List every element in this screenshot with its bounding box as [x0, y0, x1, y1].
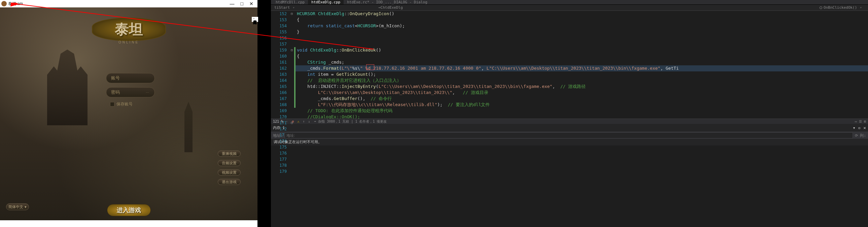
minimize-button[interactable]: —	[230, 1, 235, 6]
status-bar: 121 % ▾ ⊘ ⚠ ↑ ↓ ⬌ 杂指 3080，1 无箱 | 1 名作者，1…	[271, 118, 868, 124]
window-title: 泰坦 am	[8, 1, 23, 7]
breadcrumb-class[interactable]: ChtdExeDlg	[381, 5, 403, 10]
memory-address-bar: 地址: ⟳ 列:	[271, 132, 868, 139]
tab-0[interactable]: htdMfcDll.cpp	[272, 0, 308, 4]
code-text[interactable]: HCURSOR ChtdExeDlg::OnQueryDragIcon(){ r…	[296, 11, 868, 118]
tab-1[interactable]: htdExeDlg.cpp	[308, 0, 344, 4]
refresh-icon[interactable]: ⟳	[855, 133, 858, 138]
app-icon	[1, 1, 7, 6]
enter-game-button[interactable]: 进入游戏	[107, 204, 151, 216]
address-input[interactable]	[285, 132, 853, 138]
panel-menu-icon[interactable]: ▾ ▫ ✕	[853, 125, 866, 130]
debug-message: 调试对象正在运行时不可用。	[271, 139, 868, 145]
warning-icon[interactable]: ⚠	[296, 119, 301, 124]
game-content: 泰坦 ONLINE 账号 密码 ⋯ 保存账号 重播视频 音频设置 视频设置 退出…	[0, 7, 257, 220]
logo-subtitle: ONLINE	[92, 40, 166, 44]
breadcrumb-method[interactable]: OnBnClickedOk()	[824, 5, 857, 10]
visual-studio: htdMfcDll.cpp htdExeDlg.cpp htdExe.rc* -…	[271, 0, 868, 227]
password-field[interactable]: 密码 ⋯	[106, 87, 155, 97]
account-field[interactable]: 账号	[106, 73, 155, 83]
address-label: 地址:	[273, 133, 283, 138]
audio-button[interactable]: 音频设置	[218, 160, 241, 166]
status-info: ⬌ 杂指 3080，1 无箱 | 1 名作者，1 项更改	[314, 119, 387, 124]
logo-title: 泰坦	[115, 20, 143, 39]
method-icon	[819, 6, 822, 9]
memory-title: 内存 1	[273, 125, 285, 130]
password-label: 密码	[111, 89, 120, 95]
maximize-button[interactable]: □	[241, 1, 243, 6]
up-icon[interactable]: ↑	[301, 119, 306, 124]
status-icon-1[interactable]: ▭	[855, 119, 857, 123]
save-account-row[interactable]: 保存账号	[110, 102, 155, 107]
game-logo: 泰坦 ONLINE	[92, 18, 166, 44]
status-icon-2[interactable]: ☰	[859, 119, 862, 123]
exit-button[interactable]: 退出游戏	[218, 179, 241, 185]
zoom-level[interactable]: 121 %	[273, 119, 283, 123]
breadcrumb: tiStart ▾ → ChtdExeDlg OnBnClickedOk() ▾	[271, 5, 868, 11]
error-icon[interactable]: ⊘	[290, 119, 295, 124]
language-button[interactable]: 简体中文 ▾	[6, 203, 29, 210]
close-button[interactable]: ✕	[249, 1, 253, 6]
line-gutter: 1521531541551561571591601611621631641651…	[271, 11, 289, 118]
editor-tabs: htdMfcDll.cpp htdExeDlg.cpp htdExe.rc* -…	[271, 0, 868, 5]
breadcrumb-scope1[interactable]: tiStart	[274, 5, 290, 10]
status-icon-3[interactable]: ⊞	[864, 119, 866, 123]
titlebar: 泰坦 am — □ ✕	[0, 0, 257, 7]
memory-panel-header[interactable]: 内存 1 ▾ ▫ ✕	[271, 124, 868, 132]
fold-column[interactable]: ⊟⊟⊟	[289, 11, 294, 118]
down-icon[interactable]: ↓	[307, 119, 311, 124]
game-window: 泰坦 am — □ ✕ 泰坦 ONLINE 账号 密码 ⋯ 保存账号	[0, 0, 257, 227]
annotation-box	[366, 64, 374, 70]
password-toggle-icon[interactable]: ⋯	[146, 91, 150, 94]
video-button[interactable]: 视频设置	[218, 169, 241, 175]
replay-button[interactable]: 重播视频	[218, 150, 241, 157]
save-label: 保存账号	[117, 102, 133, 107]
save-checkbox[interactable]	[110, 102, 115, 107]
account-label: 账号	[111, 75, 120, 81]
nav-arrow-icon: →	[378, 5, 381, 10]
tab-2[interactable]: htdExe.rc* - IDD_..._DIALOG - Dialog	[344, 0, 431, 4]
login-panel: 账号 密码 ⋯ 保存账号	[106, 73, 155, 107]
code-editor[interactable]: 1521531541551561571591601611621631641651…	[271, 11, 868, 118]
columns-icon[interactable]: 列:	[860, 133, 866, 138]
side-help-text: 用的控此文本工具箱。	[252, 17, 258, 22]
